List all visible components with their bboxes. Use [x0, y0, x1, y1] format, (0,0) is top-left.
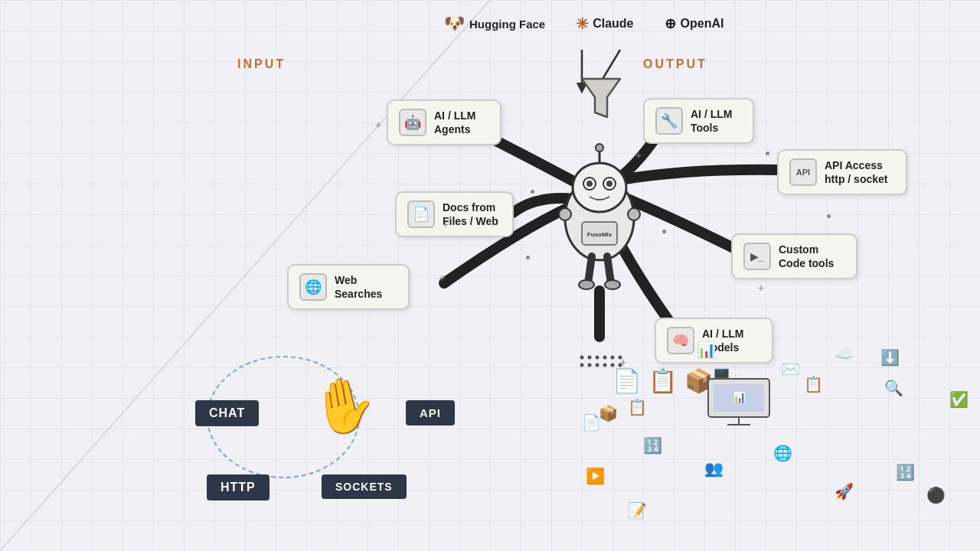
- svg-point-17: [559, 208, 571, 220]
- tools-box: 🔧 AI / LLMTools: [643, 98, 754, 144]
- output-doc-2: 📋: [648, 367, 677, 394]
- cloud-icon: ☁️: [835, 344, 854, 363]
- agents-label: AI / LLMAgents: [434, 109, 475, 136]
- search-icon: 🔍: [884, 379, 903, 397]
- web-searches-box: 🌐 WebSearches: [287, 264, 410, 310]
- plus-sign-1: +: [375, 119, 381, 131]
- output-doc-1: 📄: [612, 367, 641, 394]
- claude-symbol: ✳: [576, 15, 589, 33]
- hugging-emoji: 🐶: [444, 14, 465, 34]
- svg-point-24: [611, 356, 615, 360]
- api-label: API Accesshttp / socket: [825, 158, 887, 186]
- agents-icon: 🤖: [399, 109, 426, 136]
- tools-icon: 🔧: [655, 107, 683, 135]
- svg-point-28: [596, 364, 599, 367]
- svg-point-31: [619, 364, 622, 367]
- plus-sign-5: +: [439, 272, 445, 284]
- check-icon: ✅: [949, 390, 969, 409]
- docs-box: 📄 Docs from Files / Web: [395, 191, 514, 237]
- custom-code-icon: ▶_: [743, 243, 771, 270]
- hugging-face-provider: 🐶 Hugging Face: [444, 14, 545, 34]
- input-label: INPUT: [237, 57, 286, 71]
- bowl-icon: ⚫: [926, 486, 946, 504]
- svg-point-21: [588, 356, 592, 360]
- api-box: API API Accesshttp / socket: [777, 149, 907, 195]
- svg-text:FusoMix: FusoMix: [587, 231, 612, 238]
- chart-icon: 📊: [697, 341, 716, 359]
- openai-provider: ⊕ OpenAI: [665, 15, 724, 32]
- web-label: WebSearches: [335, 273, 382, 301]
- svg-point-30: [611, 364, 615, 367]
- doc-icon: 📋: [628, 398, 647, 416]
- dot-3: [662, 230, 666, 233]
- custom-code-label: Custom Code tools: [779, 243, 845, 270]
- svg-point-23: [603, 356, 607, 360]
- email-icon: ✉️: [781, 360, 800, 378]
- api-icon: API: [789, 158, 817, 186]
- plus-sign-4: +: [758, 282, 764, 294]
- svg-point-22: [596, 356, 599, 360]
- claude-label: Claude: [593, 17, 633, 31]
- presentation-screen: 📊: [704, 375, 773, 432]
- hugging-face-label: Hugging Face: [469, 18, 545, 31]
- svg-point-27: [588, 364, 592, 367]
- openai-label: OpenAI: [681, 17, 724, 31]
- svg-point-4: [573, 163, 626, 212]
- network-icon: 👥: [704, 459, 724, 478]
- dot-1: [531, 190, 534, 194]
- checklist-icon: 📝: [628, 501, 647, 520]
- providers-section: 🐶 Hugging Face ✳ Claude ⊕ OpenAI: [444, 14, 724, 34]
- rocket-icon: 🚀: [835, 482, 854, 500]
- svg-point-25: [619, 356, 622, 360]
- svg-point-29: [603, 364, 607, 367]
- plus-sign-2: +: [443, 218, 449, 230]
- svg-line-13: [588, 256, 592, 283]
- svg-point-15: [579, 280, 594, 289]
- funnel-icon: [578, 73, 624, 126]
- dot-2: [526, 256, 530, 259]
- video-icon: ▶️: [586, 467, 605, 485]
- globe-icon: 🌐: [773, 444, 792, 462]
- robot-character: FusoMix: [550, 142, 649, 295]
- hand-illustration: ✋: [291, 352, 397, 458]
- pie-chart-icon: 🔢: [896, 463, 915, 481]
- cube-icon: 📦: [599, 404, 618, 422]
- calculator-icon: 🔢: [643, 436, 662, 455]
- svg-line-14: [607, 256, 611, 283]
- custom-code-box: ▶_ Custom Code tools: [731, 233, 858, 279]
- download-icon: ⬇️: [880, 348, 900, 367]
- docs-label: Docs from Files / Web: [443, 201, 501, 228]
- dot-5: [827, 214, 831, 218]
- svg-point-20: [580, 356, 584, 360]
- svg-text:📊: 📊: [733, 391, 746, 404]
- svg-point-16: [605, 280, 620, 289]
- openai-symbol: ⊕: [665, 15, 676, 32]
- svg-point-7: [586, 181, 593, 187]
- tools-label: AI / LLMTools: [691, 107, 732, 135]
- web-icon: 🌐: [299, 273, 327, 301]
- svg-point-8: [606, 181, 612, 187]
- dot-4: [766, 152, 769, 155]
- docs-icon: 📄: [407, 201, 435, 228]
- output-label: OUTPUT: [643, 57, 707, 71]
- claude-provider: ✳ Claude: [576, 15, 633, 33]
- plus-sign-3: +: [635, 149, 642, 161]
- letter-icon: 📋: [804, 375, 823, 393]
- svg-point-26: [580, 364, 584, 367]
- svg-point-10: [596, 144, 603, 152]
- agents-box: 🤖 AI / LLMAgents: [387, 99, 501, 145]
- svg-point-18: [628, 208, 640, 220]
